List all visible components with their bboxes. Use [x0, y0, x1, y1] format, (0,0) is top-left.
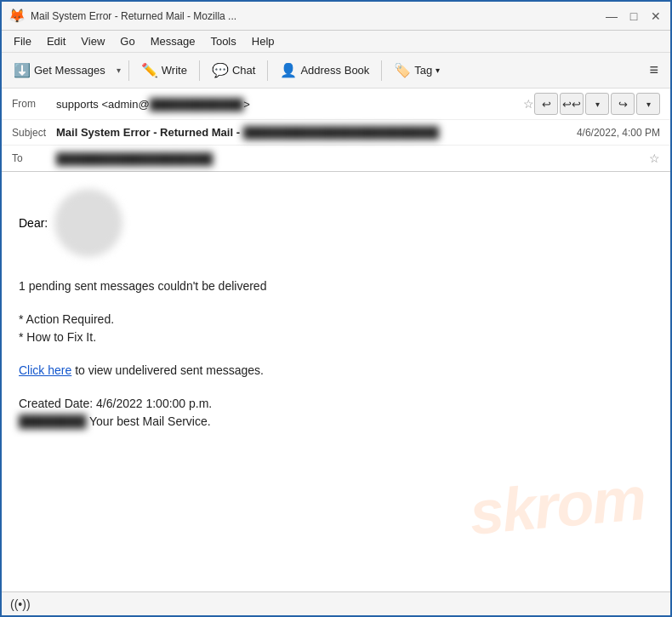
to-value: ████████████████████: [56, 152, 644, 165]
menu-message[interactable]: Message: [144, 33, 202, 49]
app-icon: 🦊: [9, 8, 26, 24]
window-title: Mail System Error - Returned Mail - Mozi…: [31, 10, 236, 22]
from-value: supports <admin@████████████>: [56, 98, 518, 111]
hamburger-button[interactable]: ≡: [642, 58, 665, 83]
watermark: skrom: [467, 463, 647, 548]
subject-value: Mail System Error - Returned Mail - ████…: [56, 126, 577, 139]
from-blurred: ████████████: [150, 98, 244, 111]
forward-button[interactable]: ↪: [611, 93, 635, 115]
toolbar-separator-4: [381, 60, 382, 81]
to-label: To: [12, 152, 56, 164]
reply-all-button[interactable]: ↩↩: [560, 93, 584, 115]
menu-bar: File Edit View Go Message Tools Help: [2, 31, 670, 53]
from-star-icon[interactable]: ☆: [523, 97, 534, 111]
tag-button[interactable]: 🏷️ Tag ▾: [387, 59, 447, 82]
from-row: From supports <admin@████████████> ☆ ↩ ↩…: [2, 89, 670, 120]
subject-row: Subject Mail System Error - Returned Mai…: [2, 120, 670, 146]
email-header: From supports <admin@████████████> ☆ ↩ ↩…: [2, 89, 670, 172]
address-book-button[interactable]: 👤 Address Book: [273, 59, 376, 82]
nav-buttons: ↩ ↩↩ ▾ ↪ ▾: [534, 93, 660, 115]
write-icon: ✏️: [141, 62, 158, 78]
created-date: Created Date: 4/6/2022 1:00:00 p.m.: [19, 395, 653, 413]
action-required-line: * Action Required.: [19, 311, 653, 328]
maximize-button[interactable]: □: [626, 9, 641, 24]
forward-dropdown-button[interactable]: ▾: [636, 93, 660, 115]
dear-prefix: Dear:: [19, 216, 48, 230]
footer-blurred: ████████: [19, 413, 86, 431]
body-paragraph-1: 1 pending sent messages couldn't be deli…: [19, 277, 653, 295]
subject-blurred: █████████████████████████: [243, 126, 439, 139]
chat-icon: 💬: [212, 62, 229, 78]
tag-icon: 🏷️: [394, 62, 411, 78]
menu-tools[interactable]: Tools: [203, 33, 242, 49]
get-messages-label: Get Messages: [34, 64, 105, 77]
email-date: 4/6/2022, 4:00 PM: [577, 127, 660, 139]
title-bar-left: 🦊 Mail System Error - Returned Mail - Mo…: [9, 8, 236, 24]
tag-label: Tag: [414, 64, 432, 77]
menu-go[interactable]: Go: [113, 33, 141, 49]
click-here-link[interactable]: Click here: [19, 363, 71, 377]
toolbar-separator-3: [267, 60, 268, 81]
get-messages-button[interactable]: ⬇️ Get Messages: [7, 59, 112, 82]
toolbar-separator-1: [128, 60, 129, 81]
dear-name-blurred: [54, 189, 122, 257]
menu-edit[interactable]: Edit: [40, 33, 72, 49]
chat-label: Chat: [232, 64, 255, 77]
write-label: Write: [162, 64, 187, 77]
menu-file[interactable]: File: [7, 33, 38, 49]
chat-button[interactable]: 💬 Chat: [205, 59, 262, 82]
close-button[interactable]: ✕: [648, 9, 663, 24]
body-paragraph-4: Created Date: 4/6/2022 1:00:00 p.m. ████…: [19, 395, 653, 431]
write-button[interactable]: ✏️ Write: [134, 59, 194, 82]
subject-label: Subject: [12, 127, 56, 139]
menu-help[interactable]: Help: [245, 33, 282, 49]
toolbar: ⬇️ Get Messages ▾ ✏️ Write 💬 Chat 👤 Addr…: [2, 53, 670, 89]
how-to-fix-line: * How to Fix It.: [19, 328, 653, 346]
dear-line: Dear:: [19, 189, 653, 257]
title-bar: 🦊 Mail System Error - Returned Mail - Mo…: [2, 2, 670, 31]
link-suffix: to view undelivered sent messages.: [71, 363, 264, 377]
wifi-icon: ((•)): [10, 597, 31, 611]
minimize-button[interactable]: —: [604, 9, 619, 24]
from-label: From: [12, 98, 56, 110]
to-star-icon[interactable]: ☆: [649, 151, 660, 165]
tag-dropdown-icon: ▾: [436, 66, 440, 75]
get-messages-icon: ⬇️: [14, 62, 31, 78]
main-window: 🦊 Mail System Error - Returned Mail - Mo…: [0, 0, 672, 617]
toolbar-separator-2: [199, 60, 200, 81]
body-paragraph-3: Click here to view undelivered sent mess…: [19, 362, 653, 380]
paragraph1-text: 1 pending sent messages couldn't be deli…: [19, 279, 266, 293]
body-paragraph-2: * Action Required. * How to Fix It.: [19, 311, 653, 346]
address-book-icon: 👤: [280, 62, 297, 78]
status-bar: ((•)): [2, 591, 670, 615]
get-messages-dropdown[interactable]: ▾: [114, 62, 123, 78]
title-bar-controls: — □ ✕: [604, 9, 663, 24]
address-book-label: Address Book: [300, 64, 369, 77]
reply-button[interactable]: ↩: [534, 93, 558, 115]
subject-text: Mail System Error - Returned Mail -: [56, 126, 240, 139]
to-row: To ████████████████████ ☆: [2, 146, 670, 171]
email-body: skrom Dear: 1 pending sent messages coul…: [2, 172, 670, 591]
footer-text: Your best Mail Service.: [89, 414, 211, 428]
from-text: supports <admin@: [56, 98, 150, 111]
nav-dropdown-button[interactable]: ▾: [585, 93, 609, 115]
footer-line: ████████ Your best Mail Service.: [19, 413, 653, 431]
menu-view[interactable]: View: [74, 33, 111, 49]
